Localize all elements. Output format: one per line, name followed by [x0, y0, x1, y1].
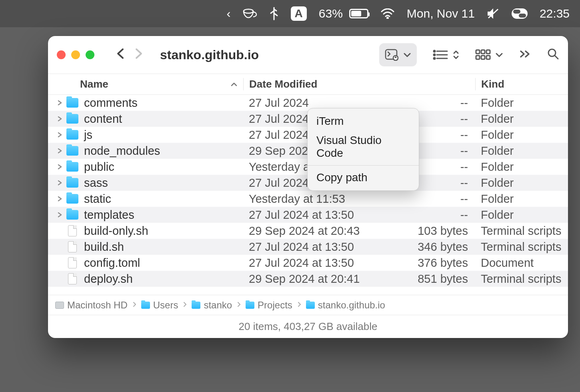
- disclosure-triangle-icon[interactable]: [55, 98, 64, 108]
- nav-back-button[interactable]: [114, 44, 127, 66]
- window-zoom-button[interactable]: [86, 50, 94, 59]
- disclosure-triangle-icon[interactable]: [55, 210, 64, 220]
- file-row[interactable]: deploy.sh29 Sep 2024 at 20:41851 bytesTe…: [48, 271, 568, 287]
- search-button[interactable]: [547, 48, 559, 62]
- file-row[interactable]: templates27 Jul 2024 at 13:50--Folder: [48, 207, 568, 223]
- file-kind-label: Folder: [475, 160, 568, 174]
- file-row[interactable]: staticYesterday at 11:53--Folder: [48, 191, 568, 207]
- view-list-button[interactable]: [433, 49, 459, 61]
- file-date-label: 27 Jul 2024 at 13:50: [243, 240, 391, 254]
- file-kind-label: Folder: [475, 96, 568, 110]
- breadcrumb-label: Users: [153, 300, 178, 311]
- file-kind-label: Folder: [475, 176, 568, 190]
- breadcrumb-segment[interactable]: Macintosh HD: [55, 300, 128, 311]
- column-kind[interactable]: Kind: [475, 78, 568, 90]
- file-row[interactable]: build.sh27 Jul 2024 at 13:50346 bytesTer…: [48, 239, 568, 255]
- file-name-label: content: [84, 112, 122, 126]
- file-size-label: 376 bytes: [391, 256, 475, 270]
- folder-icon: [246, 302, 254, 309]
- column-headers: Name Date Modified Kind: [48, 74, 568, 95]
- file-kind-label: Terminal scripts: [475, 224, 568, 238]
- svg-point-1: [387, 18, 388, 19]
- file-date-label: Yesterday at 11:53: [243, 192, 391, 206]
- breadcrumb-label: Projects: [258, 300, 292, 311]
- folder-icon: [66, 98, 78, 108]
- column-name-label: Name: [80, 78, 108, 90]
- column-date[interactable]: Date Modified: [243, 78, 391, 90]
- folder-icon: [306, 302, 315, 309]
- clock-label[interactable]: 22:35: [540, 7, 570, 20]
- battery-indicator[interactable]: 63%: [319, 7, 368, 20]
- folder-icon: [141, 302, 150, 309]
- svg-rect-11: [476, 50, 480, 54]
- menu-item-vscode[interactable]: Visual Studio Code: [308, 131, 419, 163]
- folder-icon: [66, 178, 78, 188]
- svg-rect-12: [481, 50, 485, 54]
- file-row[interactable]: config.toml27 Jul 2024 at 13:50376 bytes…: [48, 255, 568, 271]
- folder-icon: [66, 162, 78, 172]
- drive-icon: [55, 302, 64, 309]
- date-label[interactable]: Mon, Nov 11: [407, 7, 475, 20]
- folder-icon: [66, 114, 78, 124]
- breadcrumb-segment[interactable]: Users: [141, 300, 178, 311]
- mute-icon[interactable]: [487, 8, 500, 20]
- file-size-label: --: [391, 96, 475, 110]
- disclosure-triangle-icon[interactable]: [55, 162, 64, 172]
- file-row[interactable]: build-only.sh29 Sep 2024 at 20:43103 byt…: [48, 223, 568, 239]
- file-size-label: 103 bytes: [391, 224, 475, 238]
- breadcrumb-segment[interactable]: Projects: [246, 300, 292, 311]
- menu-item-copy-path[interactable]: Copy path: [308, 168, 419, 187]
- breadcrumb-segment[interactable]: stanko.github.io: [306, 300, 385, 311]
- system-menubar: ‹ A 63% Mon, Nov 11 22:35: [0, 0, 580, 27]
- nav-forward-button[interactable]: [132, 44, 146, 66]
- column-name[interactable]: Name: [48, 78, 243, 90]
- status-text: 20 items, 403,27 GB available: [239, 320, 378, 333]
- file-size-label: 851 bytes: [391, 272, 475, 286]
- toolbar-overflow-button[interactable]: [519, 50, 531, 60]
- path-bar[interactable]: Macintosh HDUsersstankoProjectsstanko.gi…: [48, 295, 568, 315]
- disclosure-triangle-icon[interactable]: [55, 194, 64, 204]
- wifi-icon[interactable]: [380, 8, 395, 19]
- status-bar: 20 items, 403,27 GB available: [48, 315, 568, 338]
- tree-icon[interactable]: [269, 7, 279, 20]
- menu-arrow-icon[interactable]: ‹: [227, 7, 231, 20]
- svg-line-18: [555, 56, 558, 59]
- file-size-label: 346 bytes: [391, 240, 475, 254]
- disclosure-triangle-icon[interactable]: [55, 146, 64, 156]
- disclosure-triangle-icon[interactable]: [55, 114, 64, 124]
- svg-point-10: [434, 58, 435, 59]
- coffee-icon[interactable]: [243, 8, 257, 19]
- svg-point-9: [434, 54, 435, 56]
- file-kind-label: Terminal scripts: [475, 240, 568, 254]
- quick-action-button[interactable]: [379, 43, 417, 66]
- file-name-label: build.sh: [84, 240, 124, 254]
- file-name-label: node_modules: [84, 144, 160, 158]
- file-kind-label: Terminal scripts: [475, 272, 568, 286]
- document-icon: [66, 274, 78, 284]
- document-icon: [66, 258, 78, 268]
- svg-rect-13: [486, 50, 490, 54]
- language-badge[interactable]: A: [291, 6, 307, 21]
- breadcrumb-segment[interactable]: stanko: [192, 300, 232, 311]
- file-name-label: templates: [84, 208, 134, 222]
- svg-point-8: [434, 50, 435, 52]
- quick-action-menu: iTerm Visual Studio Code Copy path: [307, 108, 419, 191]
- file-kind-label: Folder: [475, 112, 568, 126]
- file-kind-label: Folder: [475, 192, 568, 206]
- control-center-icon[interactable]: [512, 8, 528, 19]
- window-close-button[interactable]: [57, 50, 66, 59]
- window-minimize-button[interactable]: [71, 50, 80, 59]
- disclosure-triangle-icon[interactable]: [55, 130, 64, 140]
- file-size-label: --: [391, 208, 475, 222]
- group-by-button[interactable]: [475, 49, 503, 61]
- file-kind-label: Document: [475, 256, 568, 270]
- svg-rect-14: [476, 56, 480, 59]
- file-row[interactable]: comments27 Jul 2024--Folder: [48, 95, 568, 111]
- disclosure-triangle-icon[interactable]: [55, 178, 64, 188]
- folder-icon: [192, 302, 200, 309]
- file-date-label: 29 Sep 2024 at 20:41: [243, 272, 391, 286]
- file-name-label: static: [84, 192, 111, 206]
- file-kind-label: Folder: [475, 128, 568, 142]
- file-name-label: js: [84, 128, 92, 142]
- menu-item-iterm[interactable]: iTerm: [308, 112, 419, 131]
